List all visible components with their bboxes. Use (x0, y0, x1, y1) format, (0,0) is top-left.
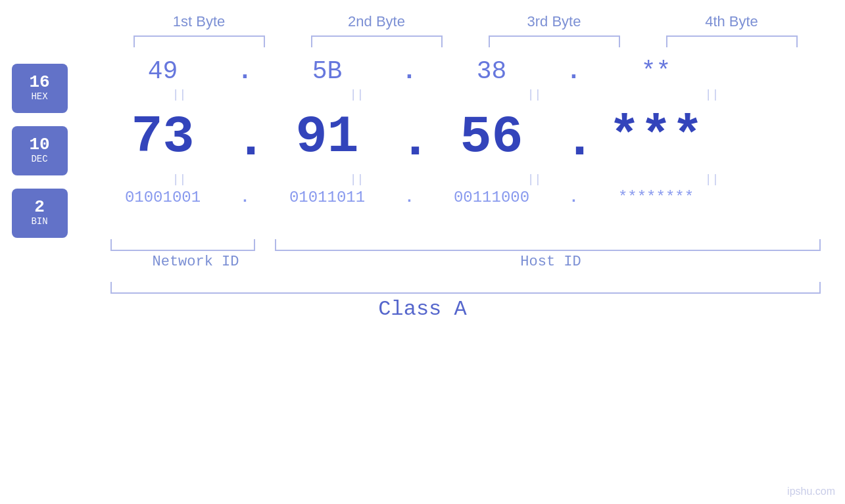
eq-4: || (640, 88, 785, 101)
network-id-label: Network ID (110, 254, 281, 270)
dec-val-2: 91 (255, 111, 400, 164)
content-area: 16 HEX 10 DEC 2 BIN 49 . 5B . 38 (5, 57, 840, 238)
byte-headers: 1st Byte 2nd Byte 3rd Byte 4th Byte (110, 13, 821, 30)
hex-cols: 49 . 5B . 38 . ** (91, 57, 801, 85)
main-container: 1st Byte 2nd Byte 3rd Byte 4th Byte 16 H… (0, 0, 845, 504)
dot-hex-1: . (235, 57, 255, 85)
bin-badge: 2 BIN (12, 189, 68, 238)
eq-3: || (462, 88, 607, 101)
hex-val-3: 38 (420, 57, 564, 85)
dot-dec-3: . (564, 110, 584, 170)
class-label-row: Class A (0, 297, 845, 321)
id-label-row: Network ID Host ID (110, 254, 821, 270)
bracket-1 (133, 35, 265, 47)
watermark: ipshu.com (787, 486, 835, 497)
bin-row: 01001001 . 01011011 . 00111000 . *******… (91, 189, 840, 206)
bin-cols: 01001001 . 01011011 . 00111000 . *******… (91, 189, 801, 206)
dot-bin-1: . (235, 189, 255, 206)
eq-5: || (107, 173, 252, 186)
bin-val-4: ******** (584, 189, 729, 206)
base-labels: 16 HEX 10 DEC 2 BIN (5, 57, 91, 238)
dec-badge: 10 DEC (12, 126, 68, 175)
network-bracket (110, 239, 255, 251)
hex-row: 49 . 5B . 38 . ** (91, 57, 840, 85)
host-id-label: Host ID (281, 254, 821, 270)
bin-val-3: 00111000 (420, 189, 564, 206)
bottom-bracket-row (110, 239, 821, 251)
host-bracket (275, 239, 821, 251)
dec-val-3: 56 (420, 111, 564, 164)
bracket-2 (311, 35, 443, 47)
byte-header-1: 1st Byte (127, 13, 272, 30)
byte-header-2: 2nd Byte (304, 13, 449, 30)
dot-bin-2: . (400, 189, 420, 206)
eq-row-1: || || || || (91, 88, 801, 101)
bracket-4 (666, 35, 798, 47)
byte-header-3: 3rd Byte (482, 13, 627, 30)
bin-val-1: 01001001 (91, 189, 235, 206)
class-bracket (110, 282, 821, 294)
eq-1: || (107, 88, 252, 101)
eq-2: || (285, 88, 429, 101)
bin-val-2: 01011011 (255, 189, 400, 206)
byte-header-4: 4th Byte (660, 13, 804, 30)
class-bracket-row (110, 282, 821, 294)
dec-val-1: 73 (91, 111, 235, 164)
dot-hex-3: . (564, 57, 584, 85)
hex-badge: 16 HEX (12, 64, 68, 113)
dot-dec-1: . (235, 110, 255, 170)
eq-6: || (285, 173, 429, 186)
dec-row: 73 . 91 . 56 . *** (91, 104, 840, 170)
dec-val-4: *** (584, 111, 729, 164)
dot-bin-3: . (564, 189, 584, 206)
hex-val-1: 49 (91, 57, 235, 85)
dot-dec-2: . (400, 110, 420, 170)
top-brackets (110, 35, 821, 47)
dec-cols: 73 . 91 . 56 . *** (91, 104, 801, 170)
eq-row-2: || || || || (91, 173, 801, 186)
hex-val-2: 5B (255, 57, 400, 85)
values-grid: 49 . 5B . 38 . ** || || || || 73 (91, 57, 840, 238)
eq-8: || (640, 173, 785, 186)
eq-7: || (462, 173, 607, 186)
dot-hex-2: . (400, 57, 420, 85)
bracket-3 (489, 35, 620, 47)
hex-val-4: ** (584, 57, 729, 85)
class-label: Class A (378, 297, 466, 321)
